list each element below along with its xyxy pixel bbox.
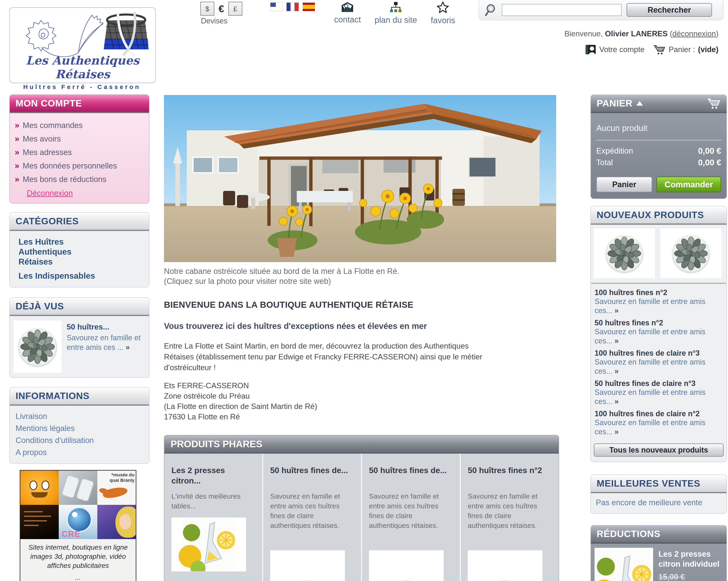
info-mentions-link[interactable]: Mentions légales bbox=[16, 422, 145, 434]
ad-line: images 3d, photographie, vidéo bbox=[23, 552, 133, 561]
address-line: Ets FERRE-CASSERON bbox=[164, 380, 567, 391]
info-conditions-link[interactable]: Conditions d'utilisation bbox=[16, 434, 145, 446]
addresses-link[interactable]: Mes adresses bbox=[23, 146, 72, 159]
featured-product-card[interactable]: Les 2 presses citron... L'invité des mei… bbox=[164, 454, 262, 581]
all-new-products-button[interactable]: Tous les nouveaux produits bbox=[594, 443, 724, 457]
product-name[interactable]: 100 huîtres fines de claire n°2 bbox=[595, 410, 723, 418]
more-icon[interactable]: » bbox=[615, 337, 619, 345]
net-bag-icon bbox=[104, 12, 149, 56]
personal-data-link[interactable]: Mes données personnelles bbox=[23, 159, 117, 173]
user-name: Olivier LANERES bbox=[605, 29, 668, 38]
currency-dollar-button[interactable]: $ bbox=[200, 2, 214, 16]
sidebar-item-credits[interactable]: » Mes avoirs bbox=[15, 132, 145, 146]
product-image[interactable] bbox=[270, 550, 345, 581]
product-name[interactable]: 100 huîtres fines n°2 bbox=[595, 288, 723, 297]
product-name[interactable]: 50 huîtres fines de claire n°3 bbox=[595, 379, 723, 388]
account-icon bbox=[585, 44, 596, 55]
welcome-prefix: Bienvenue, bbox=[565, 29, 603, 38]
new-product-item[interactable]: 100 huîtres fines de claire n°3 Savourez… bbox=[595, 349, 723, 376]
featured-product-card[interactable]: 50 huîtres fines n°2 Savourez en famille… bbox=[460, 454, 558, 581]
oyster-plate-icon bbox=[372, 576, 441, 581]
sidebar-item-orders[interactable]: » Mes commandes bbox=[15, 118, 145, 132]
shipping-value: 0,00 € bbox=[698, 145, 721, 157]
product-name[interactable]: 50 huîtres fines de... bbox=[369, 465, 453, 486]
product-name[interactable]: 50 huîtres fines n°2 bbox=[468, 465, 552, 486]
viewed-product-name[interactable]: 50 huîtres... bbox=[67, 322, 145, 332]
cart-link[interactable]: Panier : (vide) bbox=[654, 44, 719, 55]
featured-product-card[interactable]: 50 huîtres fines de... Savourez en famil… bbox=[262, 454, 361, 581]
discount-product-name[interactable]: Les 2 presses citron individuel bbox=[658, 550, 719, 569]
sidebar-item-vouchers[interactable]: » Mes bons de réductions bbox=[15, 173, 145, 186]
cart-header[interactable]: PANIER bbox=[591, 95, 727, 113]
category-indispensables-link[interactable]: Les Indispensables bbox=[19, 271, 108, 281]
discounts-header: RÉDUCTIONS bbox=[591, 525, 727, 544]
cart-label: Panier : bbox=[669, 45, 695, 54]
discount-product-image[interactable] bbox=[595, 548, 653, 581]
search-button[interactable]: Rechercher bbox=[626, 3, 712, 17]
currency-pound-button[interactable]: £ bbox=[228, 2, 242, 16]
orders-link[interactable]: Mes commandes bbox=[23, 119, 83, 132]
shop-photo[interactable] bbox=[164, 95, 556, 262]
product-image[interactable] bbox=[172, 518, 246, 572]
info-livraison-link[interactable]: Livraison bbox=[16, 410, 145, 422]
featured-product-card[interactable]: 50 huîtres fines de... Savourez en famil… bbox=[361, 454, 460, 581]
product-name[interactable]: 100 huîtres fines de claire n°3 bbox=[595, 349, 723, 358]
search-input[interactable] bbox=[502, 4, 622, 16]
more-icon[interactable]: » bbox=[615, 427, 619, 436]
sidebar-item-personal-data[interactable]: » Mes données personnelles bbox=[15, 159, 145, 173]
my-account-block: MON COMPTE » Mes commandes » Mes avoirs … bbox=[9, 95, 150, 204]
best-sellers-empty: Pas encore de meilleure vente bbox=[591, 493, 727, 513]
featured-products-header: PRODUITS PHARES bbox=[164, 435, 558, 454]
product-image[interactable] bbox=[369, 550, 444, 581]
oyster-plate-icon bbox=[273, 576, 342, 581]
logout-link[interactable]: déconnexion bbox=[672, 29, 716, 38]
currency-selector: $ € £ bbox=[200, 2, 242, 16]
oyster-plate-icon bbox=[471, 576, 539, 581]
more-icon[interactable]: » bbox=[615, 397, 619, 406]
more-icon[interactable]: » bbox=[126, 343, 130, 351]
new-product-thumb[interactable] bbox=[594, 229, 655, 278]
view-cart-button[interactable]: Panier bbox=[596, 177, 652, 192]
nav-favorites[interactable]: favoris bbox=[431, 1, 455, 25]
product-name[interactable]: 50 huîtres fines n°2 bbox=[595, 318, 723, 327]
collapse-icon[interactable] bbox=[636, 101, 643, 106]
paren: ) bbox=[716, 29, 719, 38]
chevron-icon: » bbox=[15, 146, 19, 159]
product-image[interactable] bbox=[468, 550, 543, 581]
agency-ad-banner[interactable]: *musée du quai Branly CRE Sites internet… bbox=[20, 470, 136, 581]
currency-euro-selected[interactable]: € bbox=[218, 3, 224, 15]
sidebar-logout-link[interactable]: Déconnexion bbox=[27, 189, 73, 197]
info-apropos-link[interactable]: A propos bbox=[16, 446, 145, 458]
nav-contact[interactable]: contact bbox=[334, 1, 361, 25]
product-name[interactable]: Les 2 presses citron... bbox=[172, 465, 255, 486]
new-products-block: NOUVEAUX PRODUITS 100 huîtres fines n°2 … bbox=[591, 206, 727, 462]
ad-tile-musee: *musée du quai Branly bbox=[97, 471, 136, 505]
new-product-item[interactable]: 50 huîtres fines n°2 Savourez en famille… bbox=[595, 318, 723, 345]
new-product-item[interactable]: 50 huîtres fines de claire n°3 Savourez … bbox=[595, 379, 723, 406]
right-sidebar: PANIER Aucun produit Expédition0,00 € To… bbox=[591, 95, 727, 581]
star-icon bbox=[437, 1, 449, 14]
new-product-item[interactable]: 100 huîtres fines n°2 Savourez en famill… bbox=[595, 288, 723, 315]
vouchers-link[interactable]: Mes bons de réductions bbox=[23, 173, 106, 186]
viewed-product-image[interactable] bbox=[14, 321, 62, 373]
checkout-button[interactable]: Commander bbox=[656, 177, 721, 192]
more-icon[interactable]: » bbox=[615, 306, 619, 315]
spanish-flag-icon[interactable] bbox=[303, 2, 315, 11]
nav-sitemap[interactable]: plan du site bbox=[374, 1, 417, 25]
ad-tile-anime bbox=[97, 505, 136, 539]
divider bbox=[591, 283, 726, 284]
french-flag-icon[interactable] bbox=[286, 2, 299, 11]
more-icon[interactable]: » bbox=[615, 367, 619, 375]
sidebar-item-addresses[interactable]: » Mes adresses bbox=[15, 146, 145, 159]
english-flag-icon[interactable] bbox=[270, 2, 283, 11]
account-link[interactable]: Votre compte bbox=[585, 44, 645, 55]
new-product-item[interactable]: 100 huîtres fines de claire n°2 Savourez… bbox=[595, 410, 723, 437]
main-content: Notre cabane ostréicole située au bord d… bbox=[164, 95, 567, 581]
credits-link[interactable]: Mes avoirs bbox=[23, 132, 61, 146]
storefront-page: Les Authentiques Rétaises Huîtres Ferré … bbox=[0, 0, 728, 581]
viewed-products-header: DÉJÀ VUS bbox=[10, 298, 149, 316]
new-product-thumb[interactable] bbox=[660, 229, 722, 278]
product-name[interactable]: 50 huîtres fines de... bbox=[270, 465, 354, 486]
shop-logo[interactable]: Les Authentiques Rétaises bbox=[9, 7, 156, 83]
category-huitres-link[interactable]: Les Huîtres Authentiques Rétaises bbox=[19, 237, 108, 267]
